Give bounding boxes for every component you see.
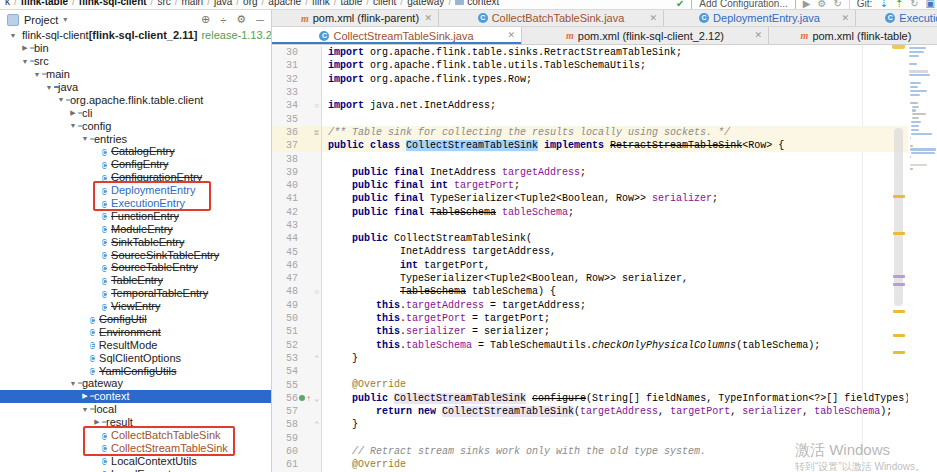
inspections-badge[interactable] bbox=[892, 45, 905, 49]
tab-DeploymentEntry.java[interactable]: CDeploymentEntry.java✕ bbox=[664, 10, 856, 26]
chevron-expanded-icon[interactable]: ▼ bbox=[68, 380, 78, 387]
chevron-collapsed-icon[interactable]: ▶ bbox=[20, 44, 30, 52]
tree-item-config[interactable]: ▼config bbox=[0, 119, 271, 132]
tree-item-LocalContextUtils[interactable]: CLocalContextUtils bbox=[0, 454, 271, 467]
tree-item-TableEntry[interactable]: CTableEntry bbox=[0, 274, 271, 287]
tree-item-Environment[interactable]: CEnvironment bbox=[0, 325, 271, 338]
code-line-44[interactable]: 44 public CollectStreamTableSink( bbox=[272, 232, 937, 245]
code-line-43[interactable]: 43 bbox=[272, 219, 937, 232]
breadcrumb-item-org[interactable]: org bbox=[242, 0, 258, 7]
tab-CollectBatchTableSink.java[interactable]: CCollectBatchTableSink.java✕ bbox=[439, 10, 664, 26]
tab-pom.xml (flink-parent)[interactable]: mpom.xml (flink-parent)✕ bbox=[282, 10, 439, 26]
code-line-54[interactable]: 54 bbox=[272, 365, 937, 378]
chevron-expanded-icon[interactable]: ▼ bbox=[44, 84, 54, 91]
code-line-58[interactable]: 58⌃ } bbox=[272, 418, 937, 431]
tab-pom.xml (flink-table)[interactable]: mpom.xml (flink-table) bbox=[769, 27, 937, 44]
change-marker-yellow[interactable] bbox=[893, 232, 905, 235]
change-marker-yellow[interactable] bbox=[893, 351, 905, 354]
tree-item-ConfigUtil[interactable]: CConfigUtil bbox=[0, 313, 271, 326]
code-line-31[interactable]: 31import org.apache.flink.table.utils.Ta… bbox=[272, 59, 937, 72]
code-line-56[interactable]: 56↑⌄ public CollectStreamTableSink confi… bbox=[272, 392, 937, 405]
code-line-32[interactable]: 32import org.apache.flink.types.Row; bbox=[272, 73, 937, 86]
editor-body[interactable]: 30import org.apache.flink.table.sinks.Re… bbox=[272, 45, 937, 472]
code-line-30[interactable]: 30import org.apache.flink.table.sinks.Re… bbox=[272, 46, 937, 59]
tree-item-src[interactable]: ▼src bbox=[0, 55, 271, 68]
tree-item-org.apache.flink.table.client[interactable]: ▼org.apache.flink.table.client bbox=[0, 93, 271, 106]
breadcrumb-item-java[interactable]: java bbox=[213, 0, 233, 7]
tree-item-LocalExecutor[interactable]: CLocalExecutor bbox=[0, 467, 271, 472]
code-line-52[interactable]: 52 this.tableSchema = TableSchemaUtils.c… bbox=[272, 339, 937, 352]
tab-pom.xml (flink-sql-client_2.12)[interactable]: mpom.xml (flink-sql-client_2.12)✕ bbox=[522, 27, 769, 44]
tree-item-SqlClientOptions[interactable]: CSqlClientOptions bbox=[0, 351, 271, 364]
tree-item-ModuleEntry[interactable]: CModuleEntry bbox=[0, 222, 271, 235]
code-line-48[interactable]: 48○ TableSchema tableSchema) { bbox=[272, 285, 937, 298]
git-update-icon[interactable]: ⇣ bbox=[879, 0, 887, 9]
code-line-55[interactable]: 55 @Override bbox=[272, 378, 937, 391]
chevron-collapsed-icon[interactable]: ▶ bbox=[80, 392, 90, 400]
tree-item-cli[interactable]: ▶cli bbox=[0, 106, 271, 119]
overrides-method-icon[interactable] bbox=[299, 395, 305, 401]
code-line-40[interactable]: 40 public final int targetPort; bbox=[272, 179, 937, 192]
tree-item-main[interactable]: ▼main bbox=[0, 68, 271, 81]
code-line-46[interactable]: 46 int targetPort, bbox=[272, 259, 937, 272]
code-line-47[interactable]: 47 TypeSerializer<Tuple2<Boolean, Row>> … bbox=[272, 272, 937, 285]
breadcrumb-item-apache[interactable]: apache bbox=[267, 0, 302, 7]
tree-item-java[interactable]: ▼java bbox=[0, 81, 271, 94]
tree-item-SourceSinkTableEntry[interactable]: CSourceSinkTableEntry bbox=[0, 248, 271, 261]
tree-item-ViewEntry[interactable]: CViewEntry bbox=[0, 300, 271, 313]
breadcrumb-item-src[interactable]: src bbox=[156, 0, 171, 7]
tree-item-flink-sql-client[interactable]: ▼flink-sql-client [flink-sql-client_2.11… bbox=[0, 29, 271, 42]
tree-item-CatalogEntry[interactable]: CCatalogEntry bbox=[0, 145, 271, 158]
close-icon[interactable]: ✕ bbox=[649, 14, 657, 23]
tree-item-ExecutionEntry[interactable]: CExecutionEntry bbox=[0, 197, 271, 210]
code-line-50[interactable]: 50 this.targetPort = targetPort; bbox=[272, 312, 937, 325]
breadcrumb-item-table[interactable]: table bbox=[340, 0, 364, 7]
code-line-33[interactable]: 33 bbox=[272, 86, 937, 99]
code-line-35[interactable]: 35 bbox=[272, 112, 937, 125]
tree-item-gateway[interactable]: ▼gateway bbox=[0, 377, 271, 390]
breadcrumb-item-flink[interactable]: flink bbox=[311, 0, 331, 7]
gear-icon[interactable]: ⚙ bbox=[236, 13, 246, 26]
code-line-49[interactable]: 49 this.targetAddress = targetAddress; bbox=[272, 299, 937, 312]
chevron-collapsed-icon[interactable]: ▶ bbox=[92, 418, 102, 426]
run-icon[interactable]: ▶ bbox=[803, 0, 811, 9]
close-icon[interactable]: ✕ bbox=[424, 14, 432, 23]
code-line-45[interactable]: 45 InetAddress targetAddress, bbox=[272, 245, 937, 258]
tree-item-local[interactable]: ▼local bbox=[0, 403, 271, 416]
change-marker-purple[interactable] bbox=[893, 283, 905, 286]
close-icon[interactable]: ✕ bbox=[754, 31, 762, 40]
screen-share-icon[interactable]: ▣ bbox=[926, 0, 935, 9]
tab-CollectStreamTableSink.java[interactable]: CCollectStreamTableSink.java✕ bbox=[272, 27, 522, 44]
code-line-39[interactable]: 39 public final InetAddress targetAddres… bbox=[272, 166, 937, 179]
chevron-expanded-icon[interactable]: ▼ bbox=[20, 58, 30, 65]
tree-item-DeploymentEntry[interactable]: CDeploymentEntry bbox=[0, 184, 271, 197]
close-icon[interactable]: ✕ bbox=[841, 14, 849, 23]
close-icon[interactable]: ✕ bbox=[507, 31, 515, 40]
tree-item-YamlConfigUtils[interactable]: CYamlConfigUtils bbox=[0, 364, 271, 377]
git-commit-icon[interactable]: ⇡ bbox=[895, 0, 903, 9]
tab-ExecutionEntry.java[interactable]: CExecutionEntry.java bbox=[856, 10, 937, 26]
breadcrumb-item-client[interactable]: client bbox=[372, 0, 397, 7]
tree-item-ConfigEntry[interactable]: CConfigEntry bbox=[0, 158, 271, 171]
chevron-down-icon[interactable]: ▾ bbox=[63, 15, 67, 24]
project-panel-title[interactable]: Project bbox=[24, 14, 58, 26]
chevron-expanded-icon[interactable]: ▼ bbox=[56, 96, 66, 103]
change-marker-yellow[interactable] bbox=[893, 195, 905, 198]
code-line-53[interactable]: 53⌃ } bbox=[272, 352, 937, 365]
change-marker-yellow[interactable] bbox=[893, 310, 905, 313]
tree-item-TemporalTableEntry[interactable]: CTemporalTableEntry bbox=[0, 287, 271, 300]
breadcrumb-item-flink-sql-client[interactable]: flink-sql-client bbox=[78, 0, 148, 7]
tree-item-CollectStreamTableSink[interactable]: CCollectStreamTableSink bbox=[0, 442, 271, 455]
scrollbar-thumb[interactable] bbox=[894, 128, 903, 306]
build-icon[interactable]: ✔ bbox=[676, 0, 684, 9]
chevron-expanded-icon[interactable]: ▼ bbox=[80, 406, 90, 413]
tree-item-bin[interactable]: ▶bin bbox=[0, 42, 271, 55]
hide-panel-icon[interactable]: ─ bbox=[256, 14, 264, 26]
code-line-38[interactable]: 38 bbox=[272, 152, 937, 165]
change-marker-yellow[interactable] bbox=[893, 334, 905, 337]
fold-icon[interactable]: ○ bbox=[314, 101, 319, 110]
tree-item-CollectBatchTableSink[interactable]: CCollectBatchTableSink bbox=[0, 429, 271, 442]
change-marker-purple[interactable] bbox=[893, 275, 905, 278]
collapse-all-icon[interactable]: ÷ bbox=[220, 14, 226, 26]
tree-item-context[interactable]: ▶context bbox=[0, 390, 271, 403]
